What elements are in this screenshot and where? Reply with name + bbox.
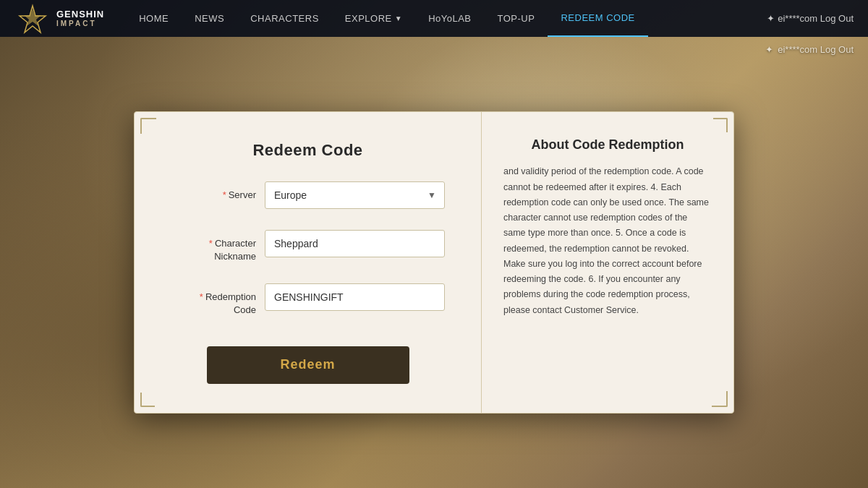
server-required: * (223, 189, 226, 200)
code-input[interactable] (265, 283, 445, 311)
nav-hoyolab[interactable]: HoYoLAB (415, 0, 484, 37)
code-row: *Redemption Code (171, 278, 445, 317)
nickname-required: * (209, 238, 213, 249)
nav-explore[interactable]: EXPLORE ▼ (332, 0, 415, 37)
server-select-wrapper: Europe America Asia TW, HK, MO ▼ (265, 181, 445, 209)
logo-text: GENSHIN IMPACT (56, 9, 104, 27)
nav-topup[interactable]: TOP-UP (485, 0, 548, 37)
server-row: *Server Europe America Asia TW, HK, MO ▼ (171, 181, 445, 209)
nickname-label: *Character Nickname (171, 223, 265, 263)
user-area[interactable]: ✦ ei****com Log Out (767, 13, 854, 24)
server-label: *Server (171, 189, 265, 202)
explore-dropdown-arrow: ▼ (395, 14, 402, 22)
logout-bar: ✦ ei****com Log Out (765, 44, 854, 55)
svg-marker-1 (24, 9, 41, 26)
navbar: GENSHIN IMPACT HOME NEWS CHARACTERS EXPL… (0, 0, 868, 37)
redeem-button[interactable]: Redeem (207, 346, 409, 384)
server-select[interactable]: Europe America Asia TW, HK, MO (265, 181, 445, 209)
user-icon: ✦ (767, 13, 775, 24)
nav-characters[interactable]: CHARACTERS (237, 0, 332, 37)
nav-news[interactable]: NEWS (182, 0, 237, 37)
nav-links: HOME NEWS CHARACTERS EXPLORE ▼ HoYoLAB T… (126, 0, 648, 37)
logo-icon (14, 1, 51, 37)
user-text: ei****com Log Out (778, 13, 854, 24)
corner-bl (140, 393, 155, 407)
modal-title: Redeem Code (252, 141, 362, 160)
right-panel: About Code Redemption and validity perio… (482, 112, 733, 412)
right-panel-text: and validity period of the redemption co… (503, 164, 712, 318)
code-label: *Redemption Code (171, 278, 265, 317)
left-panel: Redeem Code *Server Europe America Asia … (135, 112, 482, 412)
right-panel-title: About Code Redemption (503, 137, 712, 153)
nickname-row: *Character Nickname (171, 223, 445, 263)
main-content: ✦ ei****com Log Out Redeem Code *Server … (0, 37, 868, 488)
nav-home[interactable]: HOME (126, 0, 182, 37)
code-required: * (200, 291, 203, 302)
logout-icon: ✦ (765, 44, 773, 55)
redeem-modal: Redeem Code *Server Europe America Asia … (134, 111, 734, 413)
nickname-input[interactable] (265, 230, 445, 257)
logo[interactable]: GENSHIN IMPACT (14, 1, 104, 37)
logout-text[interactable]: ei****com Log Out (778, 44, 854, 55)
nav-redeem-code[interactable]: REDEEM CODE (548, 0, 647, 37)
